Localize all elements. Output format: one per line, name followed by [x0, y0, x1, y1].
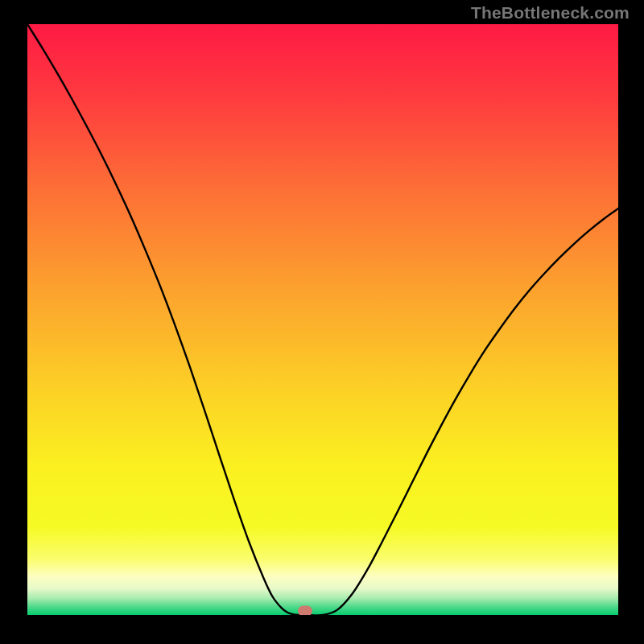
bottleneck-curve	[27, 24, 618, 615]
optimal-point-marker	[298, 606, 312, 616]
plot-area	[27, 24, 618, 615]
watermark-text: TheBottleneck.com	[471, 3, 630, 23]
chart-frame: TheBottleneck.com	[0, 0, 644, 644]
